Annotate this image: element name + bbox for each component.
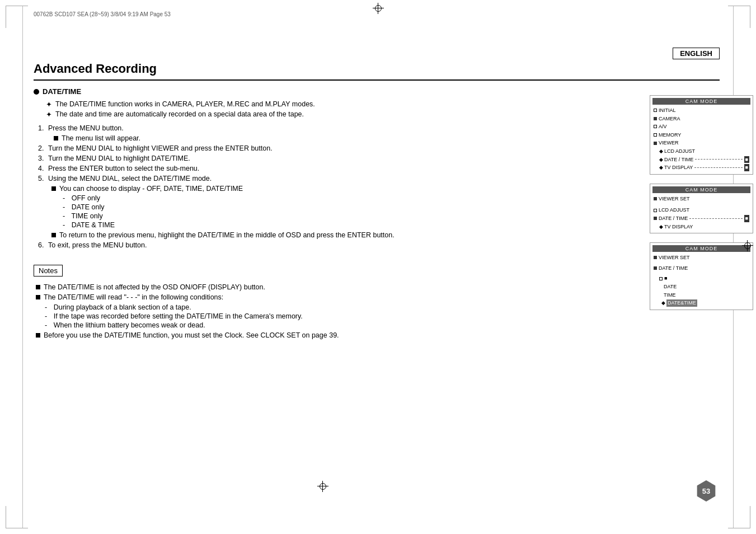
arrow-icon-dt3: ◆ — [661, 299, 665, 307]
menu-screen-3: CAM MODE VIEWER SET DATE / TIME ■ DATE T… — [650, 242, 753, 310]
display-options: You can choose to display - OFF, DATE, T… — [51, 185, 720, 239]
square-bullet-return — [51, 233, 56, 237]
highlight-datetime: DATE&TIME — [666, 299, 697, 307]
option-date-time: - DATE & TIME — [63, 221, 720, 229]
sq-filled-dt3 — [654, 266, 657, 270]
screen1-initial: INITIAL — [652, 106, 750, 115]
date-time-bullets: ✦ The DATE/TIME function works in CAMERA… — [46, 100, 720, 119]
square-bullet-display — [51, 186, 56, 191]
sq-filled-viewer — [654, 142, 657, 145]
step-1-sub: The menu list will appear. — [54, 134, 720, 142]
screen3-viewer-set: VIEWER SET — [652, 254, 750, 262]
header-bar: 00762B SCD107 SEA (28~59) 3/8/04 9:19 AM… — [34, 11, 722, 17]
page: 00762B SCD107 SEA (28~59) 3/8/04 9:19 AM… — [0, 0, 756, 534]
highlight-box-1: ■ — [744, 156, 749, 163]
screen3-off-sq: ■ — [652, 274, 750, 283]
sq-filled-vs — [654, 197, 657, 200]
sq-icon-lcd2 — [654, 209, 657, 212]
square-bullet-n1 — [36, 285, 40, 289]
option-time: - TIME only — [63, 212, 720, 220]
crop-mark-tr — [728, 6, 750, 28]
screen3-datetime: ◆ DATE&TIME — [652, 299, 750, 307]
sq-icon-av — [654, 125, 657, 128]
display-options-list: - OFF only - DATE only - TIME only - DAT… — [63, 194, 720, 229]
screen2-date-time: DATE / TIME ■ — [652, 214, 750, 223]
option-date: - DATE only — [63, 203, 720, 211]
screen1-header: CAM MODE — [652, 98, 750, 105]
square-bullet-n3 — [36, 333, 40, 338]
sq-filled-vs3 — [654, 256, 657, 259]
screen3-date: DATE — [652, 283, 750, 291]
sq-filled-icon — [654, 117, 657, 120]
screen3-date-time: DATE / TIME — [652, 264, 750, 273]
menu-screen-2: CAM MODE VIEWER SET LCD ADJUST DATE / TI… — [650, 184, 753, 233]
screen3-header: CAM MODE — [652, 245, 750, 252]
dotted-line-2 — [694, 167, 742, 168]
content-area: Advanced Recording DATE/TIME ✦ The DATE/… — [34, 62, 720, 500]
arrow-icon-tv2: ◆ — [659, 223, 663, 231]
screen1-viewer: VIEWER — [652, 139, 750, 147]
cross-icon-2: ✦ — [46, 110, 52, 119]
screen2-tv-display: ◆ TV DISPLAY — [652, 223, 750, 231]
notes-label-box: Notes — [34, 265, 63, 277]
screen1-camera: CAMERA — [652, 115, 750, 123]
screen1-memory: MEMORY — [652, 131, 750, 139]
crop-mark-bl — [6, 506, 28, 528]
note-1: The DATE/TIME is not affected by the OSD… — [36, 283, 720, 291]
page-title: Advanced Recording — [34, 62, 720, 76]
reg-mark-bottom — [317, 481, 328, 492]
arrow-icon-tv: ◆ — [659, 164, 663, 171]
numbered-steps: 1. Press the MENU button. The menu list … — [38, 124, 720, 249]
reg-mark-right — [742, 240, 753, 251]
highlight-box-3: ■ — [744, 215, 749, 222]
step-1: 1. Press the MENU button. — [38, 124, 720, 132]
screen1-lcd: ◆ LCD ADJUST — [652, 147, 750, 156]
step-5: 5. Using the MENU DIAL, select the DATE/… — [38, 175, 720, 182]
screen1-tv-display: ◆ TV DISPLAY ■ — [652, 163, 750, 172]
note-2-sub-1: - During playback of a blank section of … — [45, 303, 720, 311]
screen2-viewer-set: VIEWER SET — [652, 195, 750, 203]
arrow-icon: ◆ — [659, 148, 663, 155]
step-2: 2. Turn the MENU DIAL to highlight VIEWE… — [38, 144, 720, 152]
bullet-circle-icon — [34, 89, 39, 95]
screen1-date-time: ◆ DATE / TIME ■ — [652, 156, 750, 164]
crop-mark-tl — [6, 6, 28, 28]
menu-screen-1: CAM MODE INITIAL CAMERA A/V MEMORY VIEWE… — [650, 95, 753, 175]
sq-icon — [654, 109, 657, 112]
option-off: - OFF only — [63, 194, 720, 202]
sq-filled-dt2 — [654, 217, 657, 220]
notes-section: Notes — [34, 260, 720, 281]
sq-icon-off — [659, 277, 663, 280]
return-note: To return to the previous menu, highligh… — [51, 231, 720, 239]
square-bullet-n2 — [36, 295, 40, 299]
step-4: 4. Press the ENTER button to select the … — [38, 165, 720, 172]
note-2-sub-2: - If the tape was recorded before settin… — [45, 312, 720, 320]
arrow-icon-dt: ◆ — [659, 156, 663, 163]
notes-content: The DATE/TIME is not affected by the OSD… — [36, 283, 720, 339]
bullet-item-2: ✦ The date and time are automatically re… — [46, 110, 720, 119]
crop-mark-br — [728, 506, 750, 528]
screen2-header: CAM MODE — [652, 186, 750, 193]
square-bullet-icon — [54, 136, 58, 140]
page-number: 53 — [702, 487, 710, 495]
date-time-header: DATE/TIME — [34, 87, 720, 96]
title-rule — [34, 79, 720, 81]
note-2: The DATE/TIME will read "- - -" in the f… — [36, 293, 720, 301]
display-options-intro: You can choose to display - OFF, DATE, T… — [51, 185, 720, 193]
file-info: 00762B SCD107 SEA (28~59) 3/8/04 9:19 AM… — [34, 11, 171, 17]
highlight-box-2: ■ — [744, 164, 749, 171]
left-border — [22, 6, 23, 528]
screen2-lcd: LCD ADJUST — [652, 206, 750, 214]
dotted-line — [695, 159, 742, 160]
screen3-time: TIME — [652, 291, 750, 299]
step-3: 3. Turn the MENU DIAL to highlight DATE/… — [38, 154, 720, 162]
step-6: 6. To exit, press the MENU button. — [38, 241, 720, 249]
note-3: Before you use the DATE/TIME function, y… — [36, 331, 720, 339]
menu-screenshots: CAM MODE INITIAL CAMERA A/V MEMORY VIEWE… — [650, 95, 756, 310]
screen1-av: A/V — [652, 123, 750, 131]
note-2-sub-3: - When the lithium battery becomes weak … — [45, 321, 720, 329]
english-badge: ENGLISH — [673, 48, 720, 59]
dotted-line-3 — [689, 218, 742, 219]
sq-icon-mem — [654, 133, 657, 137]
bullet-item-1: ✦ The DATE/TIME function works in CAMERA… — [46, 100, 720, 109]
